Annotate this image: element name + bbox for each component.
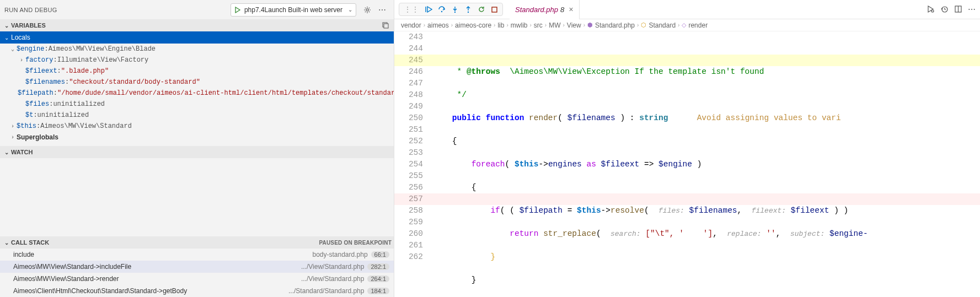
variable-row[interactable]: ›Superglobals [0,132,394,143]
svg-point-3 [441,11,442,12]
chevron-down-icon[interactable]: ⌄ [345,7,356,13]
editor-actions: ⋯ [927,5,976,14]
variable-row[interactable]: ⌄$engine: Aimeos\MW\View\Engine\Blade [0,44,394,55]
svg-point-0 [366,8,368,10]
chevron-down-icon: ⌄ [2,240,11,246]
line-gutter: 2432442452462472482492502512522532542552… [394,31,433,297]
variable-row[interactable]: $files: uninitialized [0,99,394,110]
variables-label: VARIABLES [11,22,46,29]
variable-row[interactable]: $filepath: "/home/dude/small/vendor/aime… [0,88,394,99]
continue-icon[interactable] [425,6,432,13]
svg-point-5 [468,12,469,13]
svg-point-7 [931,10,934,12]
variable-row[interactable]: $filenames: "checkout/standard/body-stan… [0,77,394,88]
chevron-down-icon: ⌄ [2,35,11,41]
variable-row[interactable]: $fileext: ".blade.php" [0,66,394,77]
close-icon[interactable]: × [569,5,573,14]
launch-config-dropdown[interactable]: php7.4Launch Built-in web server ⌄ [231,3,356,17]
code-editor[interactable]: 2432442452462472482492502512522532542552… [394,31,980,297]
breadcrumb[interactable]: vendor› aimeos› aimeos-core› lib› mwlib›… [394,19,980,31]
svg-rect-2 [384,24,388,28]
watch-label: WATCH [11,149,33,155]
watch-section-header[interactable]: ⌄ WATCH [0,146,394,158]
more-actions-icon[interactable]: ⋯ [968,5,976,14]
tab-filename: Standard.php [515,6,558,14]
history-icon[interactable] [940,5,949,14]
step-into-icon[interactable] [451,6,459,13]
callstack-list: includebody-standard.php66:1 Aimeos\MW\V… [0,249,394,297]
svg-rect-6 [492,7,497,12]
callstack-section-header[interactable]: ⌄ CALL STACK PAUSED ON BREAKPOINT [0,236,394,249]
debug-controls: ⋮⋮ [399,3,503,16]
editor-panel: ⋮⋮ Standard.php 8 × ⋯ vendor [394,0,980,297]
callstack-label: CALL STACK [11,239,49,246]
run-debug-header: RUN AND DEBUG php7.4Launch Built-in web … [0,0,394,19]
step-over-icon[interactable] [438,6,446,13]
chevron-down-icon: ⌄ [2,23,11,29]
editor-tab[interactable]: Standard.php 8 × [510,0,580,19]
code-content[interactable]: * @throws \Aimeos\MW\View\Exception If t… [433,55,980,297]
callstack-status: PAUSED ON BREAKPOINT [319,240,392,246]
variable-row[interactable]: ›$this: Aimeos\MW\View\Standard [0,121,394,132]
variable-row[interactable]: $t: uninitialized [0,110,394,121]
step-out-icon[interactable] [464,6,472,13]
split-editor-icon[interactable] [954,5,962,14]
tab-modified-count: 8 [560,6,564,14]
variable-row[interactable]: ›factory: Illuminate\View\Factory [0,55,394,66]
grip-icon[interactable]: ⋮⋮ [404,5,419,14]
callstack-frame[interactable]: Aimeos\Client\Html\Checkout\Standard\Sta… [0,285,394,297]
editor-toolbar: ⋮⋮ Standard.php 8 × ⋯ [394,0,980,19]
run-icon[interactable] [927,5,935,14]
locals-label: Locals [11,34,30,41]
variables-section-header[interactable]: ⌄ VARIABLES [0,19,394,31]
gear-icon[interactable] [360,6,375,14]
run-debug-title: RUN AND DEBUG [4,7,57,13]
more-actions-icon[interactable]: ⋯ [375,6,389,14]
launch-config-text: php7.4Launch Built-in web server [244,6,345,14]
collapse-all-icon[interactable] [379,21,392,29]
chevron-down-icon: ⌄ [2,149,11,155]
stop-icon[interactable] [491,6,498,13]
locals-scope-header[interactable]: ⌄ Locals [0,31,394,44]
callstack-frame[interactable]: includebody-standard.php66:1 [0,249,394,261]
variables-tree: ⌄$engine: Aimeos\MW\View\Engine\Blade ›f… [0,44,394,143]
callstack-frame[interactable]: Aimeos\MW\View\Standard->render.../View/… [0,273,394,285]
svg-point-4 [454,12,456,13]
start-debug-icon[interactable] [231,7,244,13]
callstack-frame[interactable]: Aimeos\MW\View\Standard->includeFile.../… [0,261,394,273]
debug-sidebar: RUN AND DEBUG php7.4Launch Built-in web … [0,0,394,297]
restart-icon[interactable] [478,6,485,13]
